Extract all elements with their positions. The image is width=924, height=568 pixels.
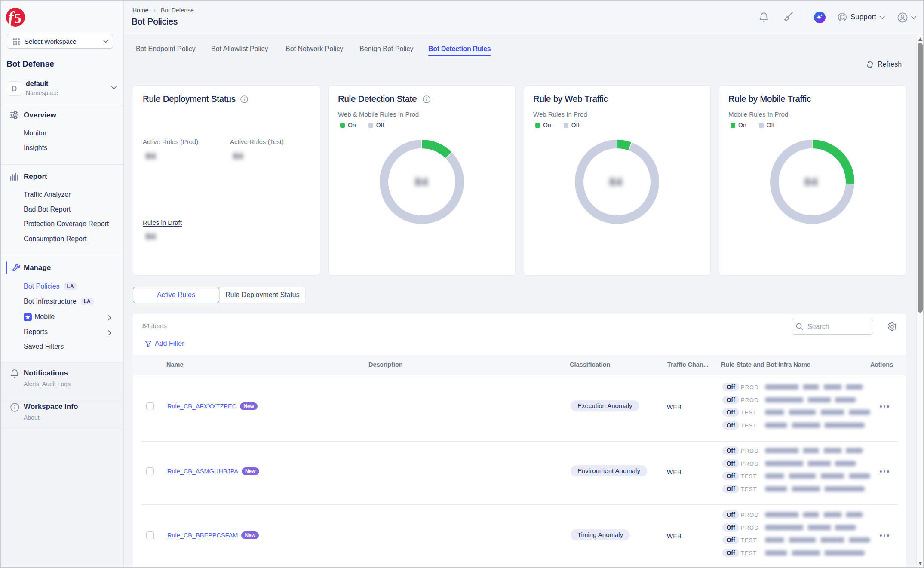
svg-text:5: 5 — [14, 11, 21, 26]
